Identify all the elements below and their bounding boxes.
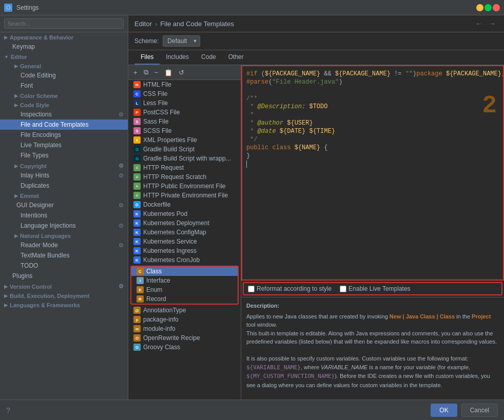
file-item-interface[interactable]: I Interface <box>131 276 238 285</box>
sidebar-item-language-injections[interactable]: Language Injections ⚙ <box>0 221 128 231</box>
file-item-scss[interactable]: S SCSS File <box>128 126 241 135</box>
file-item-k8s-configmap[interactable]: K Kubernetes ConfigMap <box>128 228 241 237</box>
sidebar-item-file-types[interactable]: File Types <box>0 150 128 161</box>
sidebar-item-textmate-bundles[interactable]: TextMate Bundles <box>0 250 128 261</box>
sidebar-item-live-templates[interactable]: Live Templates <box>0 140 128 150</box>
reset-button[interactable]: ↺ <box>177 68 186 77</box>
sidebar-item-file-encodings[interactable]: File Encodings <box>0 130 128 140</box>
app-icon: ⬡ <box>4 4 12 12</box>
help-button[interactable]: ? <box>6 406 10 414</box>
sidebar-item-keymap[interactable]: Keymap <box>0 42 128 52</box>
file-item-k8s-deploy[interactable]: K Kubernetes Deployment <box>128 218 241 228</box>
sidebar-item-inlay-hints[interactable]: Inlay Hints ⚙ <box>0 170 128 181</box>
file-item-dockerfile[interactable]: D Dockerfile <box>128 200 241 209</box>
sidebar-item-label: File Types <box>21 152 48 159</box>
tab-other[interactable]: Other <box>222 50 250 65</box>
file-item-html[interactable]: H HTML File <box>128 80 241 89</box>
remove-button[interactable]: − <box>152 68 161 77</box>
cancel-button[interactable]: Cancel <box>461 404 498 417</box>
sidebar-item-editor[interactable]: ▼ Editor <box>0 52 128 61</box>
sidebar-item-font[interactable]: Font <box>0 81 128 91</box>
code-line-3 <box>246 87 499 95</box>
sidebar-item-copyright[interactable]: ▶ Copyright ⚙ <box>0 161 128 170</box>
tab-includes[interactable]: Includes <box>160 50 195 65</box>
tab-files[interactable]: Files <box>134 50 160 65</box>
file-item-label: Kubernetes Ingress <box>143 247 197 254</box>
file-item-module-info[interactable]: m module-info <box>128 324 241 333</box>
code-line-9: */ <box>246 136 499 144</box>
sidebar-item-file-and-code-templates[interactable]: File and Code Templates <box>0 119 128 130</box>
sidebar-item-color-scheme[interactable]: ▶ Color Scheme <box>0 91 128 100</box>
file-item-http-req[interactable]: ≡ HTTP Request <box>128 163 241 172</box>
sidebar-item-build-execution[interactable]: ▶ Build, Execution, Deployment <box>0 291 128 300</box>
file-item-label: Gradle Build Script with wrapp... <box>143 155 231 162</box>
file-item-annotation-type[interactable]: @ AnnotationType <box>128 306 241 315</box>
tabs-row: Files Includes Code Other <box>128 50 504 65</box>
sidebar-item-emmet[interactable]: ▶ Emmet <box>0 191 128 200</box>
file-item-xml-props[interactable]: X XML Properties File <box>128 135 241 145</box>
chevron-right-icon: ▶ <box>4 293 8 298</box>
sidebar-item-version-control[interactable]: ▶ Version Control ⚙ <box>0 281 128 291</box>
close-button[interactable] <box>493 4 500 11</box>
sidebar-item-appearance[interactable]: ▶ Appearance & Behavior <box>0 32 128 42</box>
file-item-k8s-cronjob[interactable]: K Kubernetes CronJob <box>128 255 241 265</box>
file-item-http-pub[interactable]: ≡ HTTP Public Environment File <box>128 182 241 191</box>
file-item-less[interactable]: L Less File <box>128 98 241 108</box>
reformat-checkbox[interactable] <box>248 286 255 292</box>
file-list: + ⧉ − 📋 ↺ H HTML File C CSS File <box>128 65 241 399</box>
scheme-select[interactable]: Default Project <box>163 35 200 47</box>
file-item-http-priv[interactable]: ≡ HTTP Private Environment File <box>128 191 241 200</box>
live-templates-label: Enable Live Templates <box>348 285 411 292</box>
file-item-openrewrite[interactable]: O OpenRewrite Recipe <box>128 333 241 343</box>
copy-button[interactable]: ⧉ <box>142 67 150 77</box>
duplicate-button[interactable]: 📋 <box>162 68 175 77</box>
file-item-gradle[interactable]: G Gradle Build Script <box>128 145 241 154</box>
file-item-k8s-pod[interactable]: K Kubernetes Pod <box>128 209 241 218</box>
sidebar-item-plugins[interactable]: Plugins <box>0 271 128 281</box>
file-item-label: package-info <box>143 316 179 323</box>
back-arrow-button[interactable]: ← <box>473 19 484 28</box>
sidebar-item-code-style[interactable]: ▶ Code Style <box>0 100 128 109</box>
sidebar-item-reader-mode[interactable]: Reader Mode ⚙ <box>0 240 128 250</box>
file-item-k8s-service[interactable]: K Kubernetes Service <box>128 237 241 246</box>
tab-code[interactable]: Code <box>195 50 222 65</box>
sidebar-item-todo[interactable]: TODO <box>0 261 128 271</box>
code-editor[interactable]: 2 #if (${PACKAGE_NAME} && ${PACKAGE_NAME… <box>241 65 504 281</box>
chevron-right-icon: ▶ <box>14 93 18 98</box>
chevron-down-icon: ▼ <box>4 54 9 59</box>
sidebar-item-general[interactable]: ▶ General <box>0 61 128 70</box>
maximize-button[interactable] <box>484 4 492 11</box>
forward-arrow-button[interactable]: → <box>487 19 498 28</box>
file-item-css[interactable]: C CSS File <box>128 89 241 98</box>
file-item-k8s-ingress[interactable]: K Kubernetes Ingress <box>128 246 241 255</box>
file-item-http-scratch[interactable]: ≡ HTTP Request Scratch <box>128 172 241 182</box>
sidebar-item-code-editing[interactable]: Code Editing <box>0 70 128 81</box>
sidebar-item-languages-frameworks[interactable]: ▶ Languages & Frameworks <box>0 300 128 309</box>
file-item-enum[interactable]: E Enum <box>131 285 238 294</box>
sidebar-item-natural-languages[interactable]: ▶ Natural Languages <box>0 231 128 240</box>
file-item-label: HTTP Request Scratch <box>143 173 206 181</box>
file-item-postcss[interactable]: P PostCSS File <box>128 108 241 117</box>
ok-button[interactable]: OK <box>431 404 457 417</box>
sidebar-item-inspections[interactable]: Inspections ⚙ <box>0 109 128 119</box>
file-item-package-info[interactable]: p package-info <box>128 315 241 324</box>
description-pane: Description: Applies to new Java classes… <box>241 297 504 399</box>
file-item-class[interactable]: C Class <box>131 267 238 276</box>
code-line-4: /** <box>246 95 499 103</box>
file-item-record[interactable]: R Record <box>131 294 238 304</box>
sidebar-item-gui-designer[interactable]: GUI Designer ⚙ <box>0 200 128 210</box>
sidebar-item-duplicates[interactable]: Duplicates <box>0 181 128 191</box>
k8s-configmap-icon: K <box>133 229 141 236</box>
settings-icon: ⚙ <box>119 111 124 118</box>
sidebar-item-label: Code Editing <box>21 72 56 79</box>
sidebar-item-intentions[interactable]: Intentions <box>0 210 128 221</box>
minimize-button[interactable] <box>476 4 483 11</box>
add-button[interactable]: + <box>131 68 140 77</box>
file-item-sass[interactable]: S Sass File <box>128 117 241 126</box>
live-templates-checkbox[interactable] <box>340 286 346 292</box>
search-input[interactable] <box>4 18 124 29</box>
file-item-gradle-wrap[interactable]: G Gradle Build Script with wrapp... <box>128 154 241 163</box>
file-item-groovy-class[interactable]: G Groovy Class <box>128 343 241 352</box>
sidebar-item-label: Language Injections <box>21 222 75 229</box>
openrewrite-icon: O <box>133 334 141 342</box>
